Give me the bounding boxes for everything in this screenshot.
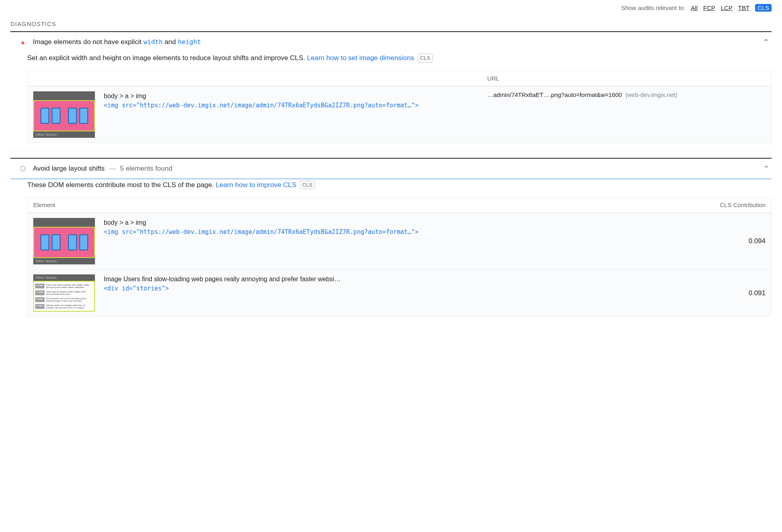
dash: — bbox=[107, 165, 118, 172]
audit-subtitle: 5 elements found bbox=[120, 165, 172, 172]
table-row: Other Stories: body > a > img <img src="… bbox=[28, 86, 771, 143]
col-url: URL bbox=[487, 75, 766, 82]
element-text: Image Users find slow-loading web pages … bbox=[104, 274, 709, 284]
triangle-icon: ▲ bbox=[18, 39, 27, 45]
filter-cls[interactable]: CLS bbox=[755, 4, 772, 12]
filter-lcp[interactable]: LCP bbox=[721, 4, 732, 11]
table-header: Element CLS Contribution bbox=[28, 197, 771, 213]
code-width: width bbox=[143, 38, 163, 46]
audit-body: These DOM elements contribute most to th… bbox=[10, 179, 772, 324]
thumb-label: Other Stories: bbox=[33, 131, 95, 138]
filter-bar: Show audits relevant to: All FCP LCP TBT… bbox=[10, 4, 772, 12]
cls-badge: CLS bbox=[300, 181, 315, 189]
audit-header[interactable]: Avoid large layout shifts — 5 elements f… bbox=[10, 159, 772, 179]
audit-title: Image elements do not have explicit widt… bbox=[33, 38, 763, 46]
table-row: Other Stories: ImageUsers find slow-load… bbox=[28, 269, 771, 316]
circle-icon bbox=[18, 166, 27, 171]
audit-header[interactable]: ▲ Image elements do not have explicit wi… bbox=[10, 32, 772, 52]
cls-value: 0.094 bbox=[718, 237, 766, 245]
audit-table: Element CLS Contribution Other Stories: … bbox=[27, 197, 772, 317]
filter-tbt[interactable]: TBT bbox=[738, 4, 749, 11]
audit-body: Set an explicit width and height on imag… bbox=[10, 52, 772, 150]
audit-title-text: Avoid large layout shifts bbox=[33, 165, 105, 172]
audit-layout-shifts: Avoid large layout shifts — 5 elements f… bbox=[10, 159, 772, 324]
audit-desc-text: These DOM elements contribute most to th… bbox=[27, 181, 216, 189]
element-cell: body > a > img <img src="https://web-dev… bbox=[104, 218, 709, 237]
url-cell: …admin/74TRx6aET….png?auto=format&w=1600… bbox=[487, 91, 766, 98]
cls-badge: CLS bbox=[418, 54, 433, 62]
element-cell: body > a > img <img src="https://web-dev… bbox=[104, 91, 478, 110]
audit-description: These DOM elements contribute most to th… bbox=[27, 180, 772, 190]
element-selector: body > a > img bbox=[104, 91, 478, 101]
audit-table: URL Other Stories: body > a > img <img s… bbox=[27, 71, 772, 143]
story-line: The bfcache can avoid repeating slow loa… bbox=[46, 297, 93, 302]
element-cell: Image Users find slow-loading web pages … bbox=[104, 274, 709, 293]
filter-label: Show audits relevant to: bbox=[621, 4, 685, 11]
audit-title-text: Image elements do not have explicit bbox=[33, 38, 143, 46]
filter-all[interactable]: All bbox=[691, 4, 698, 11]
thumb-label: Other Stories: bbox=[33, 274, 95, 281]
table-header: URL bbox=[28, 71, 771, 86]
element-snippet: <div id="stories"> bbox=[104, 284, 709, 293]
element-thumbnail: Other Stories: bbox=[33, 218, 95, 264]
audit-title-mid: and bbox=[163, 38, 178, 46]
element-snippet: <img src="https://web-dev.imgix.net/imag… bbox=[104, 228, 709, 237]
filter-fcp[interactable]: FCP bbox=[703, 4, 715, 11]
url-path: …admin/74TRx6aET….png?auto=format&w=1600 bbox=[487, 91, 622, 98]
story-line: Setting width and height attributes on i… bbox=[46, 304, 93, 309]
code-height: height bbox=[178, 38, 201, 46]
url-host: (web-dev.imgix.net) bbox=[625, 91, 677, 98]
audit-desc-text: Set an explicit width and height on imag… bbox=[27, 54, 307, 62]
element-thumbnail: Other Stories: ImageUsers find slow-load… bbox=[33, 274, 95, 312]
chevron-up-icon: ⌃ bbox=[763, 164, 769, 173]
chevron-up-icon: ⌃ bbox=[763, 38, 769, 46]
col-cls: CLS Contribution bbox=[399, 202, 766, 208]
col-element: Element bbox=[33, 202, 399, 208]
thumb-label: Other Stories: bbox=[33, 258, 95, 264]
table-row: Other Stories: body > a > img <img src="… bbox=[28, 213, 771, 269]
story-line: Users get frustrated when pages shift ar… bbox=[46, 290, 93, 295]
learn-link[interactable]: Learn how to improve CLS bbox=[216, 181, 296, 189]
cls-value: 0.091 bbox=[718, 289, 766, 297]
audit-description: Set an explicit width and height on imag… bbox=[27, 53, 772, 63]
element-thumbnail: Other Stories: bbox=[33, 91, 95, 138]
audit-image-dimensions: ▲ Image elements do not have explicit wi… bbox=[10, 32, 772, 151]
element-snippet: <img src="https://web-dev.imgix.net/imag… bbox=[104, 101, 478, 110]
audit-title: Avoid large layout shifts — 5 elements f… bbox=[33, 165, 763, 173]
story-line: Users find slow-loading web pages really… bbox=[46, 284, 93, 288]
element-selector: body > a > img bbox=[104, 218, 709, 228]
learn-link[interactable]: Learn how to set image dimensions bbox=[307, 54, 414, 62]
diagnostics-header: DIAGNOSTICS bbox=[10, 20, 772, 27]
